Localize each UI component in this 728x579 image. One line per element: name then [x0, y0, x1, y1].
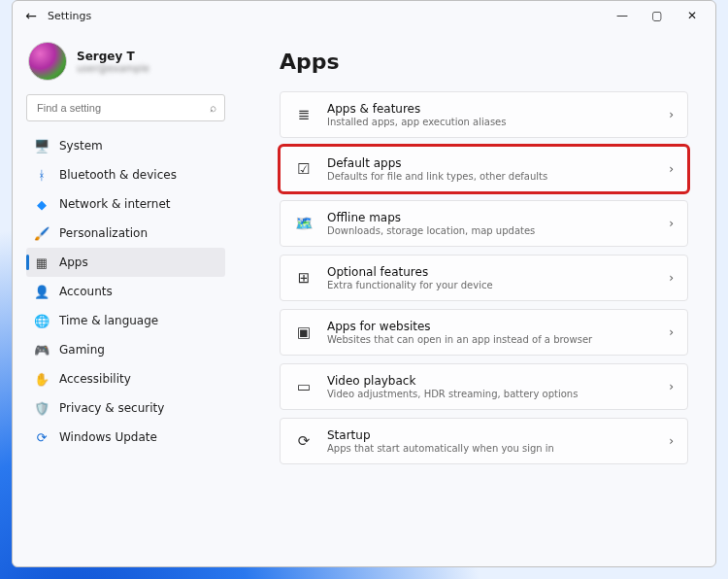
- nav-list: 🖥️SystemᚼBluetooth & devices◆Network & i…: [26, 131, 225, 452]
- user-subline: user@example: [77, 63, 149, 74]
- settings-card-video-playback[interactable]: ▭Video playbackVideo adjustments, HDR st…: [280, 363, 688, 410]
- card-subtitle: Video adjustments, HDR streaming, batter…: [327, 389, 655, 399]
- chevron-right-icon: ›: [669, 271, 674, 285]
- card-title: Optional features: [327, 265, 655, 279]
- avatar: [28, 42, 67, 81]
- nav-label: Accessibility: [59, 372, 131, 386]
- window-title: Settings: [48, 10, 91, 22]
- card-subtitle: Downloads, storage location, map updates: [327, 225, 655, 236]
- back-button[interactable]: ←: [18, 8, 44, 23]
- card-title: Startup: [327, 428, 655, 442]
- settings-card-startup[interactable]: ⟳StartupApps that start automatically wh…: [280, 418, 688, 464]
- search-icon: ⌕: [210, 101, 216, 115]
- nav-icon: 🖥️: [34, 138, 50, 153]
- chevron-right-icon: ›: [669, 162, 674, 176]
- nav-label: Privacy & security: [59, 401, 164, 415]
- card-title: Apps for websites: [327, 320, 655, 333]
- search-input[interactable]: [35, 101, 210, 115]
- card-subtitle: Defaults for file and link types, other …: [327, 171, 655, 182]
- card-icon: ⟳: [294, 431, 314, 451]
- nav-item-time-language[interactable]: 🌐Time & language: [26, 306, 225, 335]
- nav-icon: 🖌️: [34, 225, 50, 241]
- user-name: Sergey T: [77, 50, 149, 63]
- card-title: Video playback: [327, 374, 655, 388]
- nav-item-apps[interactable]: ▦Apps: [26, 248, 225, 277]
- minimize-button[interactable]: —: [605, 2, 640, 29]
- settings-window: ← Settings — ▢ ✕ Sergey T user@example ⌕…: [12, 0, 716, 567]
- card-icon: ▭: [294, 377, 314, 396]
- card-text: Apps for websitesWebsites that can open …: [327, 320, 655, 345]
- nav-item-privacy-security[interactable]: 🛡️Privacy & security: [26, 393, 225, 423]
- nav-icon: 🌐: [34, 313, 50, 328]
- nav-label: Network & internet: [59, 197, 171, 211]
- settings-card-optional-features[interactable]: ⊞Optional featuresExtra functionality fo…: [280, 255, 688, 301]
- card-title: Offline maps: [327, 211, 655, 224]
- titlebar: ← Settings — ▢ ✕: [13, 1, 715, 30]
- sidebar: Sergey T user@example ⌕ 🖥️SystemᚼBluetoo…: [13, 30, 231, 566]
- card-subtitle: Websites that can open in an app instead…: [327, 334, 655, 345]
- close-button[interactable]: ✕: [675, 2, 710, 29]
- nav-label: Time & language: [59, 314, 158, 327]
- card-subtitle: Extra functionality for your device: [327, 280, 655, 290]
- maximize-button[interactable]: ▢: [640, 2, 675, 29]
- card-icon: ☑: [294, 159, 314, 179]
- nav-item-system[interactable]: 🖥️System: [26, 131, 225, 160]
- nav-icon: ◆: [34, 196, 50, 212]
- nav-icon: ▦: [34, 255, 50, 270]
- card-text: Default appsDefaults for file and link t…: [327, 156, 655, 182]
- card-icon: ▣: [294, 323, 314, 342]
- nav-label: Accounts: [59, 285, 113, 298]
- card-icon: 🗺️: [294, 214, 314, 233]
- card-title: Default apps: [327, 156, 655, 170]
- page-title: Apps: [280, 50, 688, 74]
- user-block[interactable]: Sergey T user@example: [28, 42, 225, 81]
- settings-card-default-apps[interactable]: ☑Default appsDefaults for file and link …: [280, 146, 688, 192]
- card-text: Apps & featuresInstalled apps, app execu…: [327, 102, 655, 127]
- card-subtitle: Apps that start automatically when you s…: [327, 443, 655, 454]
- chevron-right-icon: ›: [669, 217, 674, 230]
- nav-label: System: [59, 139, 103, 153]
- chevron-right-icon: ›: [669, 380, 674, 393]
- settings-card-apps-features[interactable]: ≣Apps & featuresInstalled apps, app exec…: [280, 91, 688, 138]
- nav-icon: 🎮: [34, 342, 50, 358]
- card-title: Apps & features: [327, 102, 655, 116]
- nav-label: Bluetooth & devices: [59, 168, 177, 182]
- nav-item-accounts[interactable]: 👤Accounts: [26, 277, 225, 306]
- search-box[interactable]: ⌕: [26, 94, 225, 121]
- card-text: StartupApps that start automatically whe…: [327, 428, 655, 454]
- chevron-right-icon: ›: [669, 434, 674, 448]
- nav-label: Apps: [59, 255, 88, 269]
- main-panel: Apps ≣Apps & featuresInstalled apps, app…: [231, 30, 715, 566]
- nav-icon: ⟳: [34, 429, 50, 445]
- nav-icon: 👤: [34, 284, 50, 299]
- nav-label: Windows Update: [59, 430, 157, 444]
- nav-label: Personalization: [59, 226, 148, 240]
- card-icon: ⊞: [294, 268, 314, 288]
- card-text: Optional featuresExtra functionality for…: [327, 265, 655, 290]
- nav-item-network-internet[interactable]: ◆Network & internet: [26, 189, 225, 219]
- chevron-right-icon: ›: [669, 325, 674, 339]
- card-list: ≣Apps & featuresInstalled apps, app exec…: [280, 91, 688, 464]
- nav-item-windows-update[interactable]: ⟳Windows Update: [26, 423, 225, 452]
- nav-icon: ✋: [34, 371, 50, 387]
- chevron-right-icon: ›: [669, 108, 674, 121]
- settings-card-apps-for-websites[interactable]: ▣Apps for websitesWebsites that can open…: [280, 309, 688, 356]
- card-text: Offline mapsDownloads, storage location,…: [327, 211, 655, 236]
- nav-icon: 🛡️: [34, 400, 50, 416]
- nav-icon: ᚼ: [34, 167, 50, 183]
- nav-item-gaming[interactable]: 🎮Gaming: [26, 335, 225, 364]
- nav-item-personalization[interactable]: 🖌️Personalization: [26, 219, 225, 248]
- content-area: Sergey T user@example ⌕ 🖥️SystemᚼBluetoo…: [13, 30, 715, 566]
- nav-item-accessibility[interactable]: ✋Accessibility: [26, 364, 225, 393]
- nav-item-bluetooth-devices[interactable]: ᚼBluetooth & devices: [26, 160, 225, 189]
- card-subtitle: Installed apps, app execution aliases: [327, 117, 655, 127]
- nav-label: Gaming: [59, 343, 105, 357]
- card-text: Video playbackVideo adjustments, HDR str…: [327, 374, 655, 399]
- settings-card-offline-maps[interactable]: 🗺️Offline mapsDownloads, storage locatio…: [280, 200, 688, 247]
- card-icon: ≣: [294, 105, 314, 124]
